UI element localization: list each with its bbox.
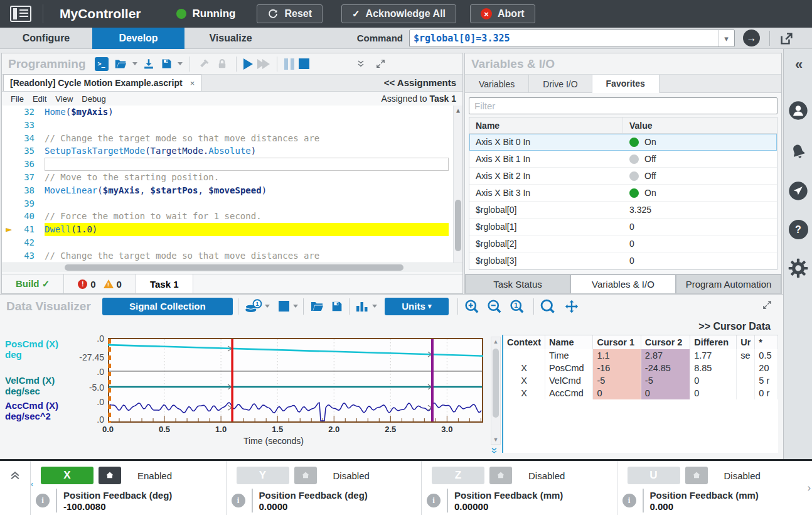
variable-row[interactable]: Axis X Bit 0 InOn <box>469 134 777 151</box>
chart-vertical-scrollbar[interactable]: ▲ ▼ <box>491 337 501 445</box>
save-dropdown-icon[interactable] <box>178 62 183 65</box>
scroll-up-icon[interactable]: ▲ <box>454 107 462 114</box>
editor-vertical-scrollbar[interactable]: ▲ <box>453 106 462 263</box>
zoom-out-icon[interactable] <box>486 298 503 315</box>
expand-visualizer-icon[interactable] <box>762 300 772 310</box>
variable-row[interactable]: Axis X Bit 2 InOff <box>469 168 777 185</box>
chart-type-dropdown-icon[interactable] <box>372 305 377 308</box>
command-execute-button[interactable]: → <box>743 30 760 46</box>
info-icon[interactable]: i <box>622 494 636 507</box>
menu-file[interactable]: File <box>11 94 24 104</box>
main-menu-icon[interactable] <box>10 6 31 22</box>
pan-move-icon[interactable] <box>563 298 580 315</box>
build-status[interactable]: Build ✓ <box>2 274 64 293</box>
info-icon[interactable]: i <box>36 494 50 507</box>
help-icon[interactable]: ? <box>784 220 812 239</box>
code-editor[interactable]: 32Home($myAxis)3334// Change the target … <box>2 106 462 263</box>
open-file-icon[interactable] <box>113 57 128 71</box>
run-icon[interactable] <box>243 58 253 70</box>
code-line-34[interactable]: 34// Change the target mode so that move… <box>2 132 462 145</box>
pause-icon[interactable] <box>284 58 294 70</box>
navigate-send-icon[interactable] <box>784 181 812 203</box>
series-label-3[interactable]: AccCmd (X)deg/sec^2 <box>5 400 58 421</box>
code-line-41[interactable]: ►41Dwell(1.0) <box>2 223 462 236</box>
build-icon[interactable] <box>197 57 211 71</box>
open-file-dropdown-icon[interactable] <box>132 62 137 65</box>
value-column-header[interactable]: Value <box>623 117 653 133</box>
command-input[interactable] <box>414 31 715 46</box>
plot-style-dropdown-icon[interactable] <box>293 305 298 308</box>
cursor-col-cursor-2[interactable]: Cursor 2 <box>641 335 690 349</box>
scope-collections-icon[interactable]: 1 <box>243 298 262 315</box>
download-icon[interactable] <box>142 57 156 71</box>
axis-u-home-button[interactable] <box>685 467 708 484</box>
variables-tab-variables[interactable]: Variables <box>465 75 529 93</box>
menu-debug[interactable]: Debug <box>82 94 105 104</box>
cursor-col--[interactable]: * <box>755 335 778 349</box>
abort-button[interactable]: × Abort <box>470 4 535 23</box>
editor-horizontal-scrollbar[interactable] <box>2 263 462 272</box>
chart-type-icon[interactable] <box>355 299 370 314</box>
signal-collection-button[interactable]: Signal Collection <box>102 298 233 315</box>
variable-row[interactable]: Axis X Bit 1 InOff <box>469 151 777 168</box>
series-label-2[interactable]: VelCmd (X)deg/sec <box>5 375 55 396</box>
run-all-icon[interactable] <box>257 59 270 69</box>
expand-panel-icon[interactable] <box>375 58 386 69</box>
menu-view[interactable]: View <box>55 94 73 104</box>
axis-z-button[interactable]: Z <box>432 467 484 484</box>
variable-row[interactable]: Axis X Bit 3 InOn <box>469 185 777 202</box>
scope-dropdown-icon[interactable] <box>265 305 270 308</box>
filter-input[interactable] <box>469 97 777 114</box>
cursor-col-ur[interactable]: Ur <box>737 335 755 349</box>
variable-row[interactable]: $rglobal[1]0 <box>469 219 777 236</box>
axis-y-button[interactable]: Y <box>237 467 289 484</box>
info-icon[interactable]: i <box>427 494 441 507</box>
code-line-33[interactable]: 33 <box>2 119 462 132</box>
open-signals-icon[interactable] <box>309 299 325 314</box>
stop-icon[interactable] <box>299 58 309 69</box>
nav-tab-develop[interactable]: Develop <box>92 28 184 49</box>
search-icon[interactable] <box>539 298 557 315</box>
new-script-icon[interactable]: >_ <box>95 57 109 71</box>
nav-tab-visualize[interactable]: Visualize <box>184 28 277 49</box>
code-line-35[interactable]: 35SetupTaskTargetMode(TargetMode.Absolut… <box>2 144 462 158</box>
external-window-icon[interactable] <box>778 30 795 47</box>
plot-style-icon[interactable] <box>279 301 289 312</box>
collapse-sidebar-icon[interactable]: « <box>784 57 812 73</box>
task-1-tab[interactable]: Task 1 <box>136 274 193 293</box>
info-icon[interactable]: i <box>232 494 245 507</box>
nav-tab-configure[interactable]: Configure <box>0 28 92 49</box>
save-icon[interactable] <box>160 57 173 70</box>
code-line-36[interactable]: 36 <box>2 158 462 171</box>
bottom-tab-program-automation[interactable]: Program Automation <box>676 274 781 293</box>
name-column-header[interactable]: Name <box>469 117 623 133</box>
code-line-39[interactable]: 39 <box>2 197 462 210</box>
menu-edit[interactable]: Edit <box>33 94 46 104</box>
variable-row[interactable]: $rglobal[0]3.325 <box>469 202 777 219</box>
signal-plot[interactable] <box>108 338 484 426</box>
code-line-42[interactable]: 42 <box>2 236 462 249</box>
code-line-37[interactable]: 37// Move to the starting position. <box>2 171 462 184</box>
bottom-tab-variables-i-o[interactable]: Variables & I/O <box>570 274 676 293</box>
axis-z-home-button[interactable] <box>489 467 512 484</box>
axis-u-button[interactable]: U <box>628 467 680 484</box>
notifications-bell-icon[interactable] <box>784 142 812 163</box>
close-tab-icon[interactable]: × <box>190 79 195 88</box>
settings-gear-icon[interactable] <box>784 258 812 281</box>
acknowledge-all-button[interactable]: ✓ Acknowledge All <box>341 4 456 23</box>
errors-warnings[interactable]: !0 !0 <box>64 274 136 293</box>
axes-scroll-right-icon[interactable]: › <box>808 482 811 494</box>
zoom-in-icon[interactable] <box>463 298 481 315</box>
axis-x-home-button[interactable] <box>99 467 121 484</box>
zoom-reset-icon[interactable]: 1 <box>508 298 526 315</box>
cursor-col-context[interactable]: Context <box>503 335 545 349</box>
axis-y-home-button[interactable] <box>294 467 317 484</box>
cursor-col-cursor-1[interactable]: Cursor 1 <box>593 335 641 349</box>
command-history-dropdown-icon[interactable]: ▾ <box>718 30 734 46</box>
variable-row[interactable]: $rglobal[2]0 <box>469 236 777 252</box>
code-line-32[interactable]: 32Home($myAxis) <box>2 106 462 119</box>
collapse-axes-bar-icon[interactable]: ‹ <box>0 461 30 515</box>
code-line-43[interactable]: 43// Change the target mode so that move… <box>2 249 462 263</box>
cursor-col-differen[interactable]: Differen <box>690 335 737 349</box>
collapse-toolbar-icon[interactable] <box>356 59 366 69</box>
